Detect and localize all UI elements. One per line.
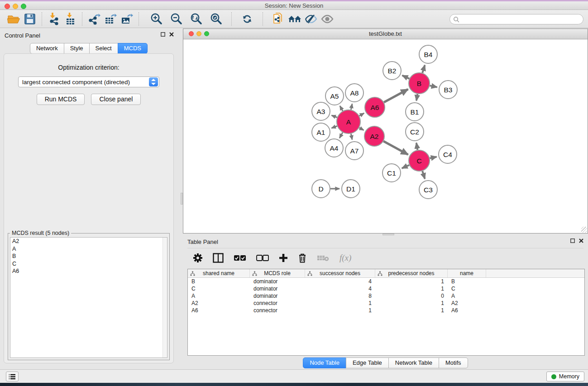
edge-B-B1[interactable]	[416, 94, 417, 101]
table-cell[interactable]: A	[188, 292, 250, 300]
edge-C-C3[interactable]	[422, 171, 425, 179]
column-header-shared-name[interactable]: shared name	[188, 269, 250, 277]
close-panel-button[interactable]: Close panel	[91, 94, 141, 105]
edge-A-A5[interactable]	[340, 106, 343, 111]
task-history-button[interactable]	[6, 372, 19, 381]
table-row[interactable]: A6connector11A6	[188, 307, 584, 314]
edge-A-A6[interactable]	[359, 113, 364, 116]
table-row[interactable]: Bdominator41B	[188, 278, 584, 285]
node-A3[interactable]: A3	[312, 102, 330, 120]
mcds-result-item[interactable]: A	[10, 245, 167, 253]
export-image-button[interactable]	[119, 12, 135, 26]
tab-network[interactable]: Network	[30, 43, 64, 54]
zoom-fit-button[interactable]	[188, 12, 204, 26]
network-graph[interactable]: B4B2BB3A5A8A6A3B1AA1C2A2A4A7C4CC1C3DD1	[183, 39, 588, 233]
list-scrollbar[interactable]	[163, 238, 167, 357]
edge-C-C4[interactable]	[430, 157, 436, 158]
table-cell[interactable]: 1	[375, 278, 448, 285]
criterion-select[interactable]: largest connected component (directed)	[18, 76, 159, 87]
node-A2[interactable]: A2	[364, 126, 384, 146]
table-cell[interactable]: B	[188, 278, 250, 285]
node-D1[interactable]: D1	[342, 180, 360, 198]
edge-B-B3[interactable]	[430, 86, 437, 87]
network-canvas[interactable]: B4B2BB3A5A8A6A3B1AA1C2A2A4A7C4CC1C3DD1	[183, 39, 588, 233]
table-cell[interactable]: 4	[305, 278, 375, 285]
table-cell[interactable]: 1	[305, 300, 375, 307]
table-cell[interactable]: 1	[305, 307, 375, 314]
table-cell[interactable]: dominator	[250, 285, 305, 292]
table-cell[interactable]: A6	[188, 307, 250, 314]
hide-selected-button[interactable]	[303, 12, 319, 26]
window-resize-grip[interactable]	[581, 227, 587, 233]
memory-button[interactable]: Memory	[546, 372, 584, 381]
table-row[interactable]: A2connector11A2	[188, 300, 584, 307]
network-window-titlebar[interactable]: testGlobe.txt	[183, 29, 588, 39]
delete-rows-button[interactable]	[298, 253, 307, 263]
search-input[interactable]	[459, 15, 583, 24]
edge-A-A1[interactable]	[331, 126, 337, 129]
table-cell[interactable]: C	[448, 285, 486, 292]
table-cell[interactable]: 1	[375, 300, 448, 307]
node-B[interactable]: B	[409, 73, 430, 94]
node-A6[interactable]: A6	[365, 97, 385, 117]
run-mcds-button[interactable]: Run MCDS	[37, 94, 85, 105]
duplicate-network-button[interactable]	[270, 12, 287, 26]
tab-select[interactable]: Select	[89, 43, 118, 54]
table-cell[interactable]: A	[448, 292, 486, 300]
edge-A-A3[interactable]	[331, 115, 337, 118]
column-header-MCDS-role[interactable]: MCDS role	[250, 269, 305, 277]
table-cell[interactable]: dominator	[250, 278, 305, 285]
node-A4[interactable]: A4	[325, 139, 343, 157]
add-row-button[interactable]	[279, 253, 288, 262]
save-session-button[interactable]	[22, 12, 38, 26]
node-B2[interactable]: B2	[383, 62, 401, 80]
tab-network-table[interactable]: Network Table	[388, 357, 439, 368]
zoom-out-button[interactable]	[168, 12, 184, 26]
splitter-grip-left[interactable]	[181, 193, 183, 205]
import-network-button[interactable]	[46, 12, 62, 26]
column-header-predecessor-nodes[interactable]: predecessor nodes	[375, 269, 448, 277]
float-table-panel-icon[interactable]	[570, 238, 575, 243]
unselect-all-button[interactable]	[256, 255, 269, 261]
tab-motifs[interactable]: Motifs	[439, 357, 468, 368]
edge-A-A2[interactable]	[359, 128, 364, 130]
show-all-button[interactable]	[319, 12, 335, 26]
edge-B-B2[interactable]	[402, 76, 410, 79]
table-cell[interactable]: 0	[375, 292, 448, 300]
mcds-result-item[interactable]: B	[10, 253, 167, 260]
mcds-result-item[interactable]: C	[10, 260, 167, 268]
show-columns-button[interactable]	[213, 253, 224, 263]
node-A5[interactable]: A5	[325, 87, 344, 105]
table-cell[interactable]: dominator	[250, 292, 305, 300]
first-neighbors-button[interactable]	[287, 12, 303, 26]
table-cell[interactable]: 1	[375, 307, 448, 314]
table-cell[interactable]: 1	[375, 285, 448, 292]
edge-A-A8[interactable]	[351, 104, 352, 110]
import-table-button[interactable]	[62, 12, 78, 26]
edge-C-C1[interactable]	[402, 165, 409, 168]
mcds-result-list[interactable]: A2ABCA6	[10, 237, 167, 358]
node-A8[interactable]: A8	[345, 84, 363, 102]
edge-A-A7[interactable]	[351, 133, 352, 139]
node-B4[interactable]: B4	[419, 45, 437, 63]
edge-A-A4[interactable]	[339, 133, 343, 138]
table-cell[interactable]: A2	[448, 300, 486, 307]
node-A7[interactable]: A7	[345, 142, 363, 160]
node-A1[interactable]: A1	[312, 123, 330, 141]
node-C[interactable]: C	[409, 150, 430, 171]
tab-node-table[interactable]: Node Table	[303, 357, 346, 368]
column-header-successor-nodes[interactable]: successor nodes	[305, 269, 375, 277]
close-table-panel-icon[interactable]	[579, 238, 583, 243]
table-cell[interactable]: A6	[448, 307, 486, 314]
table-row[interactable]: Cdominator41C	[188, 285, 584, 292]
mcds-result-item[interactable]: A2	[10, 238, 167, 245]
close-panel-icon[interactable]	[169, 32, 174, 37]
export-table-button[interactable]	[102, 12, 119, 26]
table-cell[interactable]: C	[188, 285, 250, 292]
table-cell[interactable]: 8	[305, 292, 375, 300]
function-builder-button[interactable]: f(x)	[339, 253, 351, 263]
node-C3[interactable]: C3	[419, 181, 437, 199]
edge-C-C2[interactable]	[416, 143, 417, 150]
node-D[interactable]: D	[312, 180, 330, 198]
node-C4[interactable]: C4	[439, 145, 457, 163]
